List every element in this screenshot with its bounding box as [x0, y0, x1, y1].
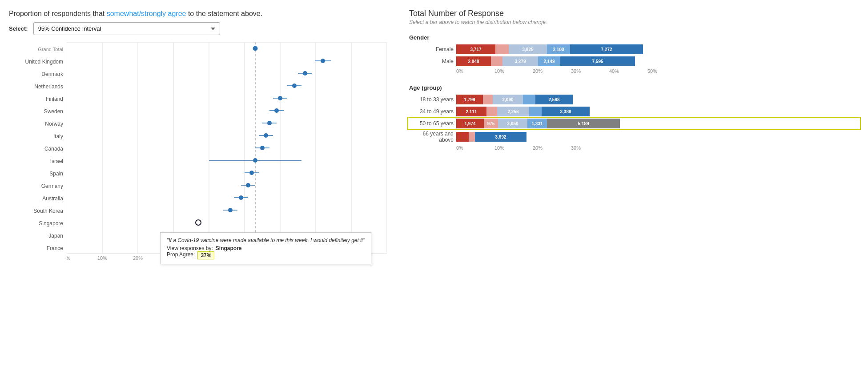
age-66-plus-label: 66 years and above [409, 131, 454, 143]
age-50-65-label: 50 to 65 years [409, 120, 454, 127]
tooltip-prop-label: Prop Agree: [167, 251, 195, 259]
male-label: Male [409, 58, 454, 64]
age-x-axis: 0% 10% 20% 30% [456, 145, 859, 151]
gender-chart-section: Gender Female 3,717 3,825 2,100 7,272 Ma… [409, 34, 859, 74]
bar-segment: 1,331 [527, 119, 547, 128]
age-66-plus-bar-stack: 3,692 [456, 132, 526, 142]
chart-title: Proportion of respondents that somewhat/… [9, 9, 391, 19]
age-chart-title: Age (group) [409, 84, 859, 91]
bar-segment: 3,692 [475, 132, 526, 142]
dot-plot-svg: 0% 10% 20% 30% 40% 50% 60% 70% 80% [67, 42, 387, 260]
age-chart-section: Age (group) 18 to 33 years 1,799 2,090 2… [409, 84, 859, 151]
bar-segment: 2,111 [456, 107, 486, 116]
bar-segment [486, 107, 497, 116]
bar-segment: 3,388 [542, 107, 590, 116]
bar-segment: 2,258 [497, 107, 529, 116]
gender-female-row[interactable]: Female 3,717 3,825 2,100 7,272 [409, 44, 859, 54]
age-34-49-label: 34 to 49 years [409, 108, 454, 115]
tooltip-view-value: Singapore [216, 245, 242, 251]
right-panel-title: Total Number of Response [409, 9, 859, 18]
bar-segment: 1,974 [456, 119, 484, 128]
bar-segment: 975 [484, 119, 498, 128]
gender-chart-title: Gender [409, 34, 859, 41]
svg-point-10 [253, 46, 257, 51]
tooltip: "If a Covid-19 vaccine were made availab… [160, 232, 371, 264]
svg-point-37 [196, 220, 201, 225]
age-18-33-label: 18 to 33 years [409, 96, 454, 103]
bar-segment: 7,595 [560, 56, 635, 66]
bar-segment: 3,717 [456, 44, 495, 54]
age-18-33-row[interactable]: 18 to 33 years 1,799 2,090 2,598 [409, 95, 859, 104]
age-34-49-row[interactable]: 34 to 49 years 2,111 2,258 3,388 [409, 107, 859, 116]
bar-segment [495, 44, 509, 54]
tooltip-prop-row: Prop Agree: 37% [167, 251, 365, 259]
bar-segment [523, 95, 535, 104]
svg-rect-51 [67, 42, 387, 254]
country-label: Finland [9, 93, 67, 105]
bar-segment [529, 107, 542, 116]
bar-segment: 1,799 [456, 95, 483, 104]
right-panel-subtitle: Select a bar above to watch the distribu… [409, 19, 859, 25]
gender-male-row[interactable]: Male 2,848 3,279 2,149 7,595 [409, 56, 859, 66]
bar-segment [483, 95, 493, 104]
country-label: Netherlands [9, 80, 67, 93]
female-label: Female [409, 46, 454, 52]
country-label: Sweden [9, 105, 67, 118]
bar-segment: 3,279 [502, 56, 538, 66]
confidence-interval-select[interactable]: 95% Confidence Interval 90% Confidence I… [33, 22, 220, 35]
bar-segment [491, 56, 502, 66]
country-label: France [9, 242, 67, 255]
bar-segment [456, 132, 469, 142]
bar-segment: 2,149 [538, 56, 560, 66]
age-34-49-bar-stack: 2,111 2,258 3,388 [456, 107, 590, 116]
country-label: Singapore [9, 217, 67, 230]
right-panel: Total Number of Response Select a bar ab… [409, 9, 859, 260]
country-label: Japan [9, 230, 67, 242]
bar-segment: 2,100 [547, 44, 570, 54]
country-label: Grand Total [9, 43, 67, 56]
male-bar-stack: 2,848 3,279 2,149 7,595 [456, 56, 635, 66]
age-50-65-row[interactable]: 50 to 65 years 1,974 975 2,050 1,331 5,1… [409, 119, 859, 128]
tooltip-title: "If a Covid-19 vaccine were made availab… [167, 237, 365, 243]
age-66-plus-row[interactable]: 66 years and above 3,692 [409, 131, 859, 143]
bar-segment [469, 132, 475, 142]
country-label: Australia [9, 192, 67, 205]
country-label: Israel [9, 155, 67, 167]
country-label: Germany [9, 180, 67, 192]
country-label: United Kingdom [9, 56, 67, 68]
svg-text:10%: 10% [97, 255, 107, 260]
female-bar-stack: 3,717 3,825 2,100 7,272 [456, 44, 643, 54]
country-label: South Korea [9, 205, 67, 217]
bar-segment: 2,050 [498, 119, 527, 128]
svg-text:20%: 20% [133, 255, 143, 260]
country-label: Denmark [9, 68, 67, 80]
dot-plot-chart: Grand Total United Kingdom Denmark Nethe… [9, 42, 391, 260]
country-label: Norway [9, 118, 67, 130]
bar-segment: 5,189 [547, 119, 620, 128]
gender-x-axis: 0% 10% 20% 30% 40% 50% [456, 68, 859, 74]
country-label: Italy [9, 130, 67, 143]
age-50-65-bar-stack: 1,974 975 2,050 1,331 5,189 [456, 119, 620, 128]
tooltip-view-label: View responses by: [167, 245, 213, 251]
bar-segment: 7,272 [570, 44, 643, 54]
country-label: Spain [9, 167, 67, 180]
svg-text:0%: 0% [67, 255, 70, 260]
tooltip-prop-value: 37% [197, 251, 214, 259]
country-label: Canada [9, 143, 67, 155]
select-label: Select: [9, 25, 28, 32]
country-labels-column: Grand Total United Kingdom Denmark Nethe… [9, 42, 67, 260]
bar-segment: 2,090 [493, 95, 523, 104]
tooltip-view-row: View responses by: Singapore [167, 245, 365, 251]
age-18-33-bar-stack: 1,799 2,090 2,598 [456, 95, 573, 104]
bar-segment: 2,598 [535, 95, 573, 104]
bar-segment: 2,848 [456, 56, 491, 66]
bar-segment: 3,825 [509, 44, 547, 54]
